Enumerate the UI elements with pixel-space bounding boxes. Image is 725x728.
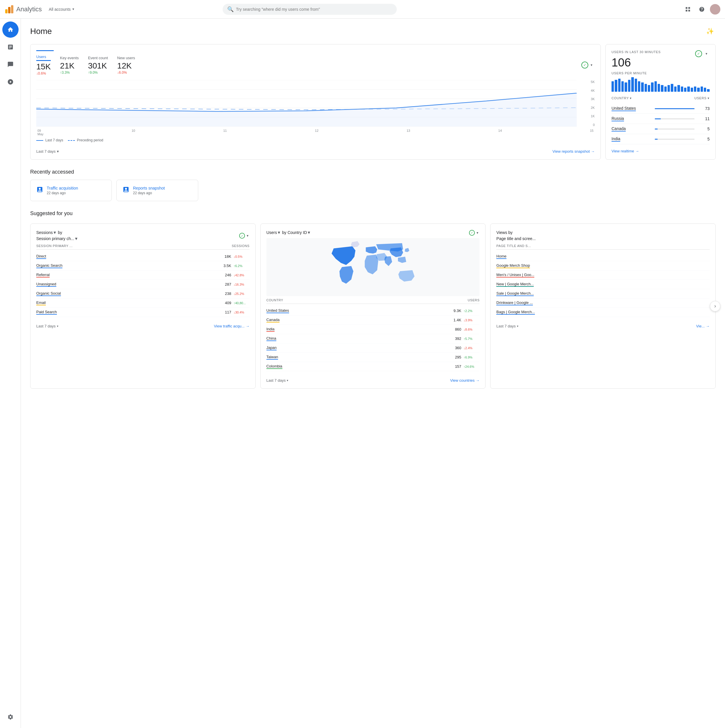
account-selector[interactable]: All accounts ▼ <box>45 5 78 14</box>
suggested-card-sessions: Sessions▼ bySession primary ch...▼ ✓ ▾ S… <box>30 223 256 388</box>
recent-time: 22 days ago <box>133 191 165 195</box>
metric-key-events-label: Key events <box>60 56 79 60</box>
sessions-row: Email 409 ↑40,80... <box>36 298 249 308</box>
card-dropdown[interactable]: ▾ <box>246 233 249 238</box>
x-label-11: 11 <box>223 129 227 136</box>
suggested-title: Suggested for you <box>30 210 716 217</box>
realtime-bar-chart <box>612 77 710 92</box>
arrow-right-icon: → <box>246 324 249 328</box>
magic-button[interactable]: ✨ <box>704 26 716 37</box>
view-countries-link[interactable]: View countries → <box>450 378 479 382</box>
stats-actions: ✓ ▾ <box>581 61 595 69</box>
row-change: ↑6.2% <box>234 264 249 268</box>
period-selector[interactable]: Last 7 days ▾ <box>36 149 59 154</box>
row-change: ↓0.5% <box>234 255 249 258</box>
row-name: Organic Social <box>36 291 225 296</box>
x-label-15: 15 <box>590 129 593 136</box>
nav-arrow-right[interactable]: › <box>710 301 720 312</box>
main-content: Home ✨ Users 15K ↓0.6% Key events 21K <box>21 18 725 728</box>
realtime-country-row: Russia 11 <box>612 114 710 124</box>
realtime-dropdown[interactable]: ▾ <box>703 50 710 57</box>
sidebar-item-advertising[interactable] <box>2 74 18 90</box>
legend-previous: Preceding period <box>68 138 103 142</box>
recent-time: 22 days ago <box>47 191 78 195</box>
realtime-value: 106 <box>612 56 661 69</box>
arrow-right-icon: → <box>706 324 710 328</box>
suggested-grid: Sessions▼ bySession primary ch...▼ ✓ ▾ S… <box>30 223 716 388</box>
help-button[interactable] <box>696 3 708 15</box>
card-title-countries: Users▼ by Country ID▼ <box>266 229 469 236</box>
views-table-header: PAGE TITLE AND S... <box>496 244 710 249</box>
card-check-badge[interactable]: ✓ <box>469 230 475 236</box>
check-badge[interactable]: ✓ <box>581 61 588 69</box>
sessions-row: Organic Search 3.5K ↑6.2% <box>36 261 249 271</box>
card-check-badge[interactable]: ✓ <box>239 233 245 239</box>
bar-20 <box>678 85 680 92</box>
svg-rect-5 <box>685 9 687 11</box>
card-title-sessions: Sessions▼ bySession primary ch...▼ <box>36 229 239 242</box>
bar-29 <box>707 89 709 92</box>
recent-card-reports[interactable]: Reports snapshot 22 days ago <box>116 180 198 201</box>
search-box[interactable]: 🔍 <box>223 4 397 15</box>
svg-rect-1 <box>8 7 11 13</box>
bar-19 <box>674 87 676 92</box>
arrow-right-icon: → <box>591 149 595 154</box>
bar-21 <box>681 87 683 92</box>
view-traffic-label: View traffic acqu... <box>214 324 245 328</box>
views-period-selector[interactable]: Last 7 days ▾ <box>496 324 519 328</box>
stats-dropdown[interactable]: ▾ <box>588 62 595 68</box>
metric-users-value: 15K <box>36 62 51 72</box>
svg-rect-2 <box>11 5 13 13</box>
metric-event-count-value: 301K <box>88 61 108 70</box>
view-views-link[interactable]: Vie... → <box>696 324 710 328</box>
row-change: ↓2.4% <box>463 346 479 350</box>
realtime-country-row: United States 73 <box>612 104 710 114</box>
sidebar-item-home[interactable] <box>2 21 18 38</box>
view-reports-snapshot-link[interactable]: View reports snapshot → <box>552 149 595 154</box>
recent-card-info: Traffic acquisition 22 days ago <box>47 186 78 195</box>
countries-period-selector[interactable]: Last 7 days ▾ <box>266 378 289 382</box>
sessions-period-label: Last 7 days <box>36 324 56 328</box>
bar-5 <box>628 80 630 92</box>
country-users: 73 <box>698 106 710 111</box>
bar-1 <box>615 80 617 92</box>
metric-new-users[interactable]: New users 12K ↓6.0% <box>117 56 135 75</box>
chart-legend: Last 7 days Preceding period <box>36 138 595 142</box>
card-dropdown[interactable]: ▾ <box>476 230 479 236</box>
y-label-1k: 1K <box>586 115 595 118</box>
bar-23 <box>687 87 690 92</box>
bar-10 <box>645 84 647 92</box>
header: Analytics All accounts ▼ 🔍 <box>0 0 725 18</box>
sidebar-item-settings[interactable] <box>2 709 18 725</box>
sidebar-item-reports[interactable] <box>2 39 18 55</box>
recent-name: Traffic acquisition <box>47 186 78 190</box>
row-name: Drinkware | Google ... <box>496 300 710 305</box>
bar-2 <box>618 79 621 92</box>
metric-key-events[interactable]: Key events 21K ↑3.3% <box>60 56 79 75</box>
user-avatar[interactable] <box>710 4 720 15</box>
view-realtime-link[interactable]: View realtime → <box>612 149 710 153</box>
view-traffic-acqu-link[interactable]: View traffic acqu... → <box>214 324 249 328</box>
suggested-section: Suggested for you Sessions▼ bySession pr… <box>30 210 716 388</box>
row-name: Sale | Google Merch... <box>496 291 710 296</box>
realtime-country-list: United States 73 Russia 11 Canada 5 Indi… <box>612 104 710 144</box>
y-label-5k: 5K <box>586 80 595 84</box>
sidebar-item-explore[interactable] <box>2 56 18 73</box>
bar-25 <box>694 87 696 92</box>
metric-users[interactable]: Users 15K ↓0.6% <box>36 55 51 75</box>
apps-button[interactable] <box>682 3 694 15</box>
bar-22 <box>684 88 687 92</box>
metric-event-count-label: Event count <box>88 56 108 60</box>
row-value: 287 <box>225 282 231 286</box>
recent-card-traffic[interactable]: Traffic acquisition 22 days ago <box>30 180 112 201</box>
views-row: New | Google Merch... <box>496 280 710 289</box>
country-table-row: Canada 1.4K ↓3.9% <box>266 315 480 325</box>
row-change: ↓25.2% <box>234 292 249 295</box>
views-row: Men's / Unisex | Goo... <box>496 271 710 280</box>
realtime-check-badge[interactable]: ✓ <box>695 50 702 57</box>
country-table-row: United States 9.3K ↑2.2% <box>266 306 480 315</box>
bar-14 <box>658 84 660 92</box>
sessions-period-selector[interactable]: Last 7 days ▾ <box>36 324 58 328</box>
metric-event-count[interactable]: Event count 301K ↑9.0% <box>88 56 108 75</box>
search-input[interactable] <box>236 7 392 12</box>
